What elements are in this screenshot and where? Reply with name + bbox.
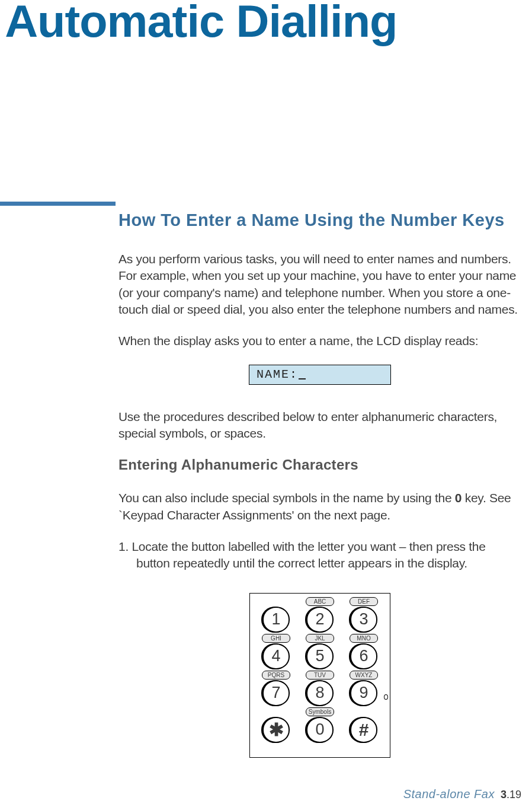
key-cell: JKL 5 [300,634,340,669]
key-cell: MNO 6 [344,634,384,669]
text-pre: You can also include special symbols in … [118,491,455,505]
keypad-button-3: 3 [350,607,377,633]
subsection-paragraph: You can also include special symbols in … [118,490,521,524]
section-heading: How To Enter a Name Using the Number Key… [118,210,521,230]
key-label-jkl: JKL [306,634,334,643]
intro-paragraph-3: Use the procedures described below to en… [118,409,521,442]
key-cell: WXYZ 9 [344,671,384,706]
key-cell: ✱ [256,707,296,743]
keypad-row: ✱ Symbols 0 # [256,707,384,743]
keypad-button-star: ✱ [262,717,290,743]
lcd-display: NAME: [249,365,391,385]
separator-bar [0,202,116,206]
key-cell: 1 [256,597,296,633]
key-label-abc: ABC [306,597,334,606]
keypad-button-0: 0 [306,717,334,743]
keypad-button-4: 4 [262,643,290,669]
key-label-wxyz: WXYZ [350,671,378,680]
key-cell: GHI 4 [256,634,296,669]
keypad-row: GHI 4 JKL 5 MNO 6 [256,634,384,669]
lcd-text: NAME: [257,368,298,381]
keypad-button-6: 6 [350,643,377,669]
key-cell: # [344,707,384,743]
page-footer: Stand-alone Fax 3.19 [403,787,521,801]
key-cell: PQRS 7 [256,671,296,706]
keypad-button-7: 7 [262,680,290,706]
footer-page: .19 [507,789,521,800]
key-zero-bold: 0 [455,491,462,505]
lcd-cursor [299,378,306,379]
keypad-illustration: 1 ABC 2 DEF 3 GHI 4 JKL 5 MNO 6 [249,593,390,758]
star-symbol: ✱ [269,721,284,739]
keypad-button-9: 9 [350,680,377,706]
key-label-def: DEF [350,597,378,606]
key-label-tuv: TUV [306,671,334,680]
key-label-ghi: GHI [262,634,290,643]
keypad-button-2: 2 [306,607,334,633]
key-cell: TUV 8 [300,671,340,706]
key-cell: ABC 2 [300,597,340,633]
footer-chapter: 3 [501,789,507,800]
key-label-mno: MNO [350,634,378,643]
key-label-pqrs: PQRS [262,671,290,680]
keypad-row: 1 ABC 2 DEF 3 [256,597,384,633]
keypad-row: PQRS 7 TUV 8 WXYZ 9 [256,671,384,706]
keypad-side-mark [384,694,388,700]
keypad-button-hash: # [350,717,377,743]
key-cell: Symbols 0 [300,707,340,743]
keypad-button-1: 1 [262,607,290,633]
intro-paragraph-1: As you perform various tasks, you will n… [118,251,521,318]
page-title: Automatic Dialling [0,0,532,43]
keypad-button-8: 8 [306,680,334,706]
footer-section: Stand-alone Fax [403,787,495,800]
key-label-symbols: Symbols [306,707,334,716]
subsection-heading: Entering Alphanumeric Characters [118,457,521,473]
keypad-button-5: 5 [306,643,334,669]
hash-symbol: # [359,721,369,739]
step-1: 1. Locate the button labelled with the l… [118,538,521,572]
content-column: How To Enter a Name Using the Number Key… [118,210,521,758]
key-cell: DEF 3 [344,597,384,633]
intro-paragraph-2: When the display asks you to enter a nam… [118,333,521,349]
